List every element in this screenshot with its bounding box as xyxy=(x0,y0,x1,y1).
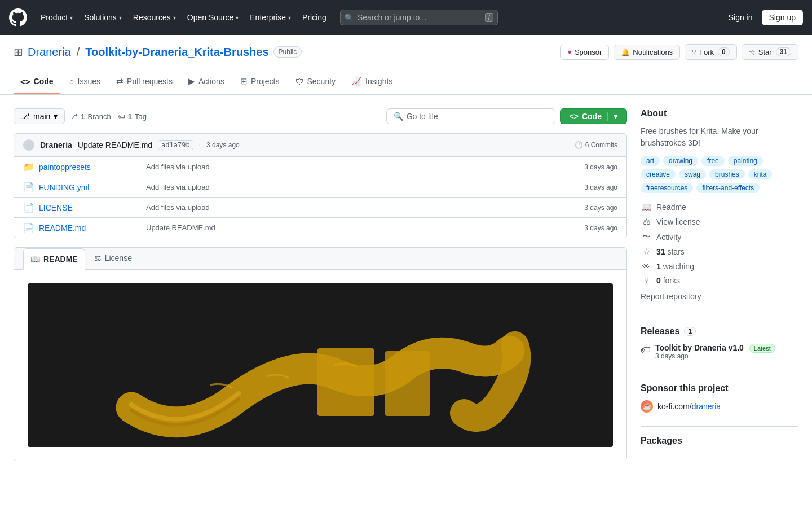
tag-item[interactable]: art xyxy=(641,156,660,166)
chevron-down-icon: ▾ xyxy=(614,112,617,121)
tag-item[interactable]: drawing xyxy=(663,156,698,166)
tab-projects[interactable]: ⊞ Projects xyxy=(233,69,286,94)
chevron-down-icon: ▾ xyxy=(236,15,239,21)
repo-owner-link[interactable]: Draneria xyxy=(28,46,71,59)
tab-actions[interactable]: ▶ Actions xyxy=(182,69,231,94)
file-name-link[interactable]: FUNDING.yml xyxy=(39,183,140,192)
file-commit-msg: Add files via upload xyxy=(146,183,579,191)
fork-button[interactable]: ⑂ Fork 0 xyxy=(685,44,737,60)
file-name-link[interactable]: LICENSE xyxy=(39,203,140,212)
branch-count[interactable]: ⎇ 1 Branch xyxy=(69,112,111,121)
go-to-file-button[interactable]: 🔍 Go to file xyxy=(386,108,555,124)
bell-icon: 🔔 xyxy=(621,48,630,56)
tab-pull-requests[interactable]: ⇄ Pull requests xyxy=(109,69,179,94)
nav-item-pricing[interactable]: Pricing xyxy=(298,10,331,25)
actions-icon: ▶ xyxy=(188,76,195,86)
file-name-link[interactable]: paintoppresets xyxy=(39,163,140,172)
sponsor-link[interactable]: ☕ ko-fi.com/draneria xyxy=(641,400,798,413)
file-toolbar: ⎇ main ▾ ⎇ 1 Branch 🏷 1 Tag 🔍 Go to file xyxy=(14,108,627,124)
divider xyxy=(607,112,608,121)
latest-badge: Latest xyxy=(749,344,775,353)
readme-link[interactable]: 📖 Readme xyxy=(641,200,798,214)
file-table: Draneria Update README.md ad1a79b · 3 da… xyxy=(14,133,627,238)
stars-stat: ☆ 31 stars xyxy=(641,244,798,259)
activity-link[interactable]: 〜 Activity xyxy=(641,229,798,244)
about-section: About Free brushes for Krita. Make your … xyxy=(641,108,798,303)
commit-author[interactable]: Draneria xyxy=(40,141,72,150)
search-form: 🔍 / xyxy=(340,10,498,25)
fork-icon: ⑂ xyxy=(692,48,696,56)
activity-icon: 〜 xyxy=(641,231,652,242)
sponsor-section: Sponsor this project ☕ ko-fi.com/draneri… xyxy=(641,383,798,413)
releases-section: Releases 1 🏷 Toolkit by Draneria v1.0 La… xyxy=(641,326,798,360)
chevron-down-icon: ▾ xyxy=(173,15,176,21)
tag-icon: 🏷 xyxy=(118,112,125,121)
star-button[interactable]: ☆ Star 31 xyxy=(742,44,798,60)
branch-selector[interactable]: ⎇ main ▾ xyxy=(14,108,65,124)
tag-item[interactable]: filters-and-effects xyxy=(696,183,760,193)
repo-name-link[interactable]: Toolkit-by-Draneria_Krita-Brushes xyxy=(85,46,268,59)
code-dropdown-button[interactable]: <> Code ▾ xyxy=(560,108,627,124)
readme-content xyxy=(14,270,626,461)
file-name-link[interactable]: README.md xyxy=(39,224,140,233)
repo-action-buttons: ♥ Sponsor 🔔 Notifications ⑂ Fork 0 ☆ Sta… xyxy=(560,44,798,60)
chevron-down-icon: ▾ xyxy=(54,112,58,121)
tags-list: artdrawingfreepaintingcreativeswagbrushe… xyxy=(641,156,798,193)
file-time: 3 days ago xyxy=(584,183,617,191)
tag-item[interactable]: swag xyxy=(679,169,706,179)
about-title: About xyxy=(641,108,798,119)
commits-history-link[interactable]: 🕐 6 Commits xyxy=(575,141,617,149)
file-time: 3 days ago xyxy=(584,163,617,171)
avatar xyxy=(23,139,34,151)
commit-message: Update README.md xyxy=(78,141,152,150)
commit-hash[interactable]: ad1a79b xyxy=(158,140,193,150)
branch-icon: ⎇ xyxy=(21,112,30,121)
search-input[interactable] xyxy=(340,10,498,25)
release-name-link[interactable]: Toolkit by Draneria v1.0 xyxy=(655,343,744,352)
packages-title: Packages xyxy=(641,436,798,446)
navigation: Product ▾ Solutions ▾ Resources ▾ Open S… xyxy=(0,0,812,35)
tag-item[interactable]: brushes xyxy=(709,169,745,179)
sponsor-button[interactable]: ♥ Sponsor xyxy=(560,45,609,60)
notifications-button[interactable]: 🔔 Notifications xyxy=(614,45,680,60)
readme-tab-license[interactable]: ⚖ License xyxy=(87,248,139,269)
scale-icon: ⚖ xyxy=(641,217,652,227)
stars-count: 31 xyxy=(656,247,665,256)
chevron-down-icon: ▾ xyxy=(119,15,122,21)
file-time: 3 days ago xyxy=(584,224,617,232)
nav-item-resources[interactable]: Resources ▾ xyxy=(129,10,180,25)
nav-item-enterprise[interactable]: Enterprise ▾ xyxy=(245,10,295,25)
tag-item[interactable]: krita xyxy=(748,169,773,179)
nav-item-product[interactable]: Product ▾ xyxy=(36,10,77,25)
eye-icon: 👁 xyxy=(641,261,652,271)
tab-security[interactable]: 🛡 Security xyxy=(289,69,343,94)
tab-issues[interactable]: ○ Issues xyxy=(63,69,108,94)
github-logo[interactable] xyxy=(9,8,27,27)
signup-button[interactable]: Sign up xyxy=(762,10,803,25)
sidebar-divider xyxy=(641,426,798,427)
file-row: 📄 FUNDING.yml Add files via upload 3 day… xyxy=(14,177,626,198)
tag-count[interactable]: 🏷 1 Tag xyxy=(118,112,147,121)
report-link[interactable]: Report repository xyxy=(641,290,798,303)
readme-tab-readme[interactable]: 📖 README xyxy=(23,248,85,270)
signin-button[interactable]: Sign in xyxy=(724,10,757,25)
svg-rect-1 xyxy=(317,348,374,416)
tag-item[interactable]: freeresources xyxy=(641,183,693,193)
auth-buttons: Sign in Sign up xyxy=(724,10,803,25)
nav-item-solutions[interactable]: Solutions ▾ xyxy=(80,10,126,25)
packages-section: Packages xyxy=(641,436,798,446)
license-link[interactable]: ⚖ View license xyxy=(641,214,798,229)
readme-section: 📖 README ⚖ License xyxy=(14,247,627,461)
file-time: 3 days ago xyxy=(584,204,617,212)
tab-code[interactable]: <> Code xyxy=(14,69,60,94)
tag-item[interactable]: free xyxy=(701,156,725,166)
tag-item[interactable]: painting xyxy=(728,156,763,166)
insights-icon: 📈 xyxy=(351,76,362,86)
tag-item[interactable]: creative xyxy=(641,169,676,179)
folder-icon: 📁 xyxy=(23,161,33,172)
fork-count: 0 xyxy=(718,47,730,56)
code-brackets-icon: <> xyxy=(570,112,579,121)
nav-item-open-source[interactable]: Open Source ▾ xyxy=(183,10,244,25)
tab-insights[interactable]: 📈 Insights xyxy=(345,69,399,94)
file-commit-msg: Update README.md xyxy=(146,224,579,232)
